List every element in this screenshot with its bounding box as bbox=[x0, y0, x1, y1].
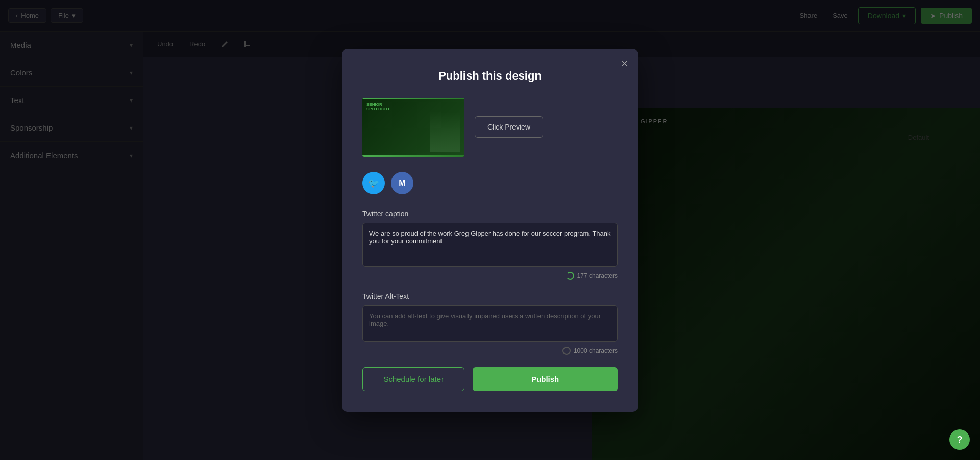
char-progress-icon bbox=[566, 272, 574, 280]
social-icons-row: 🐦 M bbox=[362, 172, 618, 194]
twitter-icon[interactable]: 🐦 bbox=[362, 172, 385, 194]
publish-modal: Publish this design × SeniorSpotlight Cl… bbox=[342, 49, 638, 412]
twitter-caption-group: Twitter caption We are so proud of the w… bbox=[362, 210, 618, 280]
twitter-char-count: 177 characters bbox=[577, 272, 618, 279]
twitter-alt-text-textarea[interactable] bbox=[362, 305, 618, 342]
help-label: ? bbox=[957, 435, 963, 445]
twitter-alt-text-label: Twitter Alt-Text bbox=[362, 292, 618, 300]
modal-footer: Schedule for later Publish bbox=[362, 367, 618, 391]
twitter-bird-icon: 🐦 bbox=[368, 177, 379, 189]
design-thumbnail: SeniorSpotlight bbox=[362, 98, 464, 157]
meta-icon[interactable]: M bbox=[391, 172, 413, 194]
alt-text-char-count: 1000 characters bbox=[574, 347, 618, 354]
meta-m-icon: M bbox=[399, 178, 405, 188]
twitter-alt-text-group: Twitter Alt-Text 1000 characters bbox=[362, 292, 618, 355]
schedule-button[interactable]: Schedule for later bbox=[362, 367, 464, 391]
modal-overlay: Publish this design × SeniorSpotlight Cl… bbox=[0, 0, 980, 460]
preview-section: SeniorSpotlight Click Preview bbox=[362, 98, 618, 157]
modal-title: Publish this design bbox=[362, 69, 618, 83]
help-button[interactable]: ? bbox=[949, 429, 970, 450]
twitter-caption-label: Twitter caption bbox=[362, 210, 618, 218]
click-preview-button[interactable]: Click Preview bbox=[475, 116, 543, 138]
alt-char-progress-icon bbox=[562, 347, 571, 355]
alt-text-char-count-container: 1000 characters bbox=[362, 347, 618, 355]
twitter-caption-textarea[interactable]: We are so proud of the work Greg Gipper … bbox=[362, 223, 618, 267]
thumbnail-inner: SeniorSpotlight bbox=[362, 98, 464, 157]
publish-modal-button[interactable]: Publish bbox=[473, 367, 618, 391]
twitter-char-count-container: 177 characters bbox=[362, 272, 618, 280]
modal-close-button[interactable]: × bbox=[621, 57, 628, 70]
